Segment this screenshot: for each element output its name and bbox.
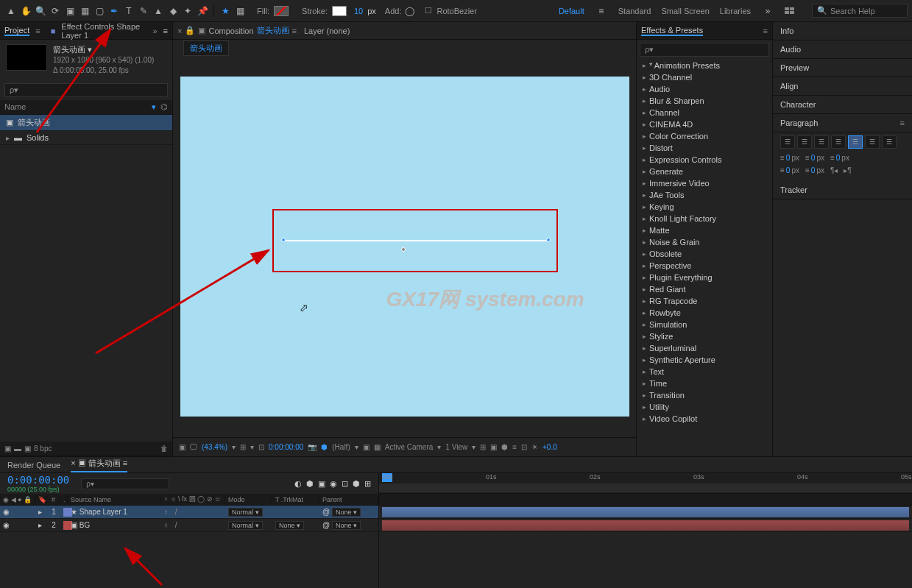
selection-tool[interactable]: ▲ [4, 4, 18, 18]
effect-controls-tab[interactable]: Effect Controls Shape Layer 1 [61, 22, 146, 40]
workspace-more-icon[interactable]: » [761, 4, 774, 18]
star-icon[interactable]: ★ [219, 4, 232, 18]
timeline-layer-row[interactable]: ◉▸2▣ BG♀ /Normal ▾None ▾@ None ▾ [0, 519, 378, 532]
path-vertex[interactable] [546, 238, 551, 242]
fast-preview-icon[interactable]: ⬢ [501, 443, 508, 451]
view-dropdown[interactable]: 1 View [445, 443, 467, 451]
stroke-width[interactable]: 10 [354, 7, 363, 15]
effects-category[interactable]: Transition [637, 389, 772, 401]
justify-last-right-button[interactable]: ☰ [865, 135, 880, 149]
info-panel[interactable]: Info [780, 26, 793, 35]
text-direction-ltr[interactable]: ¶◂ [830, 166, 838, 174]
camera-dropdown[interactable]: Active Camera [385, 443, 434, 451]
indent-right[interactable]: ≡0 px [830, 154, 849, 162]
effects-presets-tab[interactable]: Effects & Presets [641, 26, 703, 36]
effects-category[interactable]: CINEMA 4D [637, 118, 772, 130]
effects-category[interactable]: Matte [637, 224, 772, 236]
grid-icon[interactable]: ⊡ [258, 443, 264, 451]
effects-category[interactable]: Simulation [637, 319, 772, 330]
effects-category[interactable]: Text [637, 366, 772, 378]
effects-category[interactable]: Distort [637, 142, 772, 154]
snapshot-icon[interactable]: 📷 [308, 443, 317, 451]
timeline-layer-row[interactable]: ◉▸1★ Shape Layer 1♀ /Normal ▾@ None ▾ [0, 506, 378, 519]
project-tab[interactable]: Project [4, 26, 29, 36]
panel-menu-icon[interactable]: ≡ [763, 26, 768, 35]
effects-category[interactable]: * Animation Presets [637, 60, 772, 71]
timeline-track[interactable] [379, 506, 912, 519]
graph-editor-icon[interactable]: ⊡ [342, 479, 348, 489]
brain-icon[interactable]: ⬢ [353, 479, 360, 489]
layer-switches-icon[interactable]: ⊞ [364, 479, 371, 489]
motion-blur-icon[interactable]: ◉ [330, 479, 337, 489]
layer-tab[interactable]: Layer (none) [304, 26, 350, 35]
effects-category[interactable]: Expression Controls [637, 154, 772, 166]
indent-left[interactable]: ≡0 px [780, 154, 799, 162]
expand-icon[interactable]: ▸ [38, 521, 42, 529]
eye-icon[interactable]: ◉ [3, 508, 10, 516]
camera-tool[interactable]: ▣ [63, 4, 77, 18]
effects-category[interactable]: Noise & Grain [637, 236, 772, 248]
timeline-comp-tab[interactable]: × ▣ 箭头动画 ≡ [71, 458, 127, 472]
expand-icon[interactable]: ▸ [38, 508, 42, 516]
monitor-icon[interactable]: 🖵 [190, 443, 197, 451]
timeline-track[interactable] [379, 519, 912, 532]
zoom-tool[interactable]: 🔍 [34, 4, 47, 18]
res-icon[interactable]: ⊞ [240, 443, 246, 451]
effects-category[interactable]: Blur & Sharpen [637, 95, 772, 107]
alpha-icon[interactable]: ▣ [179, 443, 185, 451]
clone-stamp-tool[interactable]: ▲ [152, 4, 165, 18]
effects-category[interactable]: JAe Tools [637, 189, 772, 201]
justify-last-left-button[interactable]: ☰ [831, 135, 846, 149]
space-after[interactable]: ≡0 px [805, 166, 824, 174]
space-before[interactable]: ≡0 px [780, 166, 799, 174]
exposure-value[interactable]: +0.0 [542, 443, 557, 451]
effects-category[interactable]: Superluminal [637, 342, 772, 354]
effects-search[interactable]: ρ▾ [640, 43, 769, 57]
effects-category[interactable]: Time [637, 378, 772, 389]
reset-exposure-icon[interactable]: ☀ [531, 443, 538, 451]
effects-category[interactable]: Video Copilot [637, 413, 772, 425]
project-item-folder[interactable]: ▸ ▬ Solids [0, 131, 172, 145]
pan-behind-tool[interactable]: ▦ [78, 4, 91, 18]
parent-dropdown[interactable]: None ▾ [332, 508, 361, 517]
align-panel[interactable]: Align [780, 82, 798, 91]
workspace-small-screen[interactable]: Small Screen [661, 7, 709, 15]
align-left-button[interactable]: ☰ [780, 135, 795, 149]
anchor-point-icon[interactable] [401, 247, 406, 252]
pickwhip-icon[interactable]: @ [322, 521, 330, 529]
render-queue-tab[interactable]: Render Queue [7, 461, 60, 470]
pen-tool[interactable]: ✒ [107, 4, 121, 18]
zoom-level[interactable]: (43.4%) [202, 443, 227, 451]
tree-icon[interactable]: ⌬ [160, 102, 168, 112]
new-folder-icon[interactable]: ▬ [14, 444, 21, 453]
orbit-tool[interactable]: ⟳ [49, 4, 62, 18]
effects-category[interactable]: Channel [637, 107, 772, 118]
puppet-tool[interactable]: 📌 [196, 4, 209, 18]
trash-icon[interactable]: 🗑 [160, 444, 168, 453]
frame-blend-icon[interactable]: ▣ [318, 479, 325, 489]
stroke-swatch[interactable] [332, 6, 347, 16]
align-center-button[interactable]: ☰ [797, 135, 812, 149]
new-comp-icon[interactable]: ▣ [24, 444, 31, 453]
effects-category[interactable]: Generate [637, 166, 772, 177]
rectangle-tool[interactable]: ▢ [93, 4, 106, 18]
effects-category[interactable]: Knoll Light Factory [637, 213, 772, 224]
preview-panel[interactable]: Preview [780, 63, 809, 72]
type-tool[interactable]: T [122, 4, 135, 18]
timeline-ruler[interactable]: 00s01s02s03s04s05s [379, 473, 912, 494]
project-item-comp[interactable]: ▣ 箭头动画 [0, 115, 172, 131]
justify-last-center-button[interactable]: ☰ [848, 135, 863, 149]
composition-tab[interactable]: × 🔒 ▣ Composition 箭头动画 ≡ [177, 25, 297, 36]
brush-tool[interactable]: ✎ [137, 4, 150, 18]
mode-dropdown[interactable]: Normal ▾ [228, 508, 263, 517]
effects-category[interactable]: Plugin Everything [637, 272, 772, 283]
workspace-libraries[interactable]: Libraries [720, 7, 751, 15]
res-dropdown[interactable]: (Half) [332, 443, 350, 451]
panel-menu-icon[interactable]: ≡ [163, 26, 168, 35]
parent-dropdown[interactable]: None ▾ [332, 521, 361, 530]
panel-more-icon[interactable]: » [152, 26, 157, 35]
workspace-menu-icon[interactable]: ≡ [595, 4, 608, 18]
effects-category[interactable]: Perspective [637, 260, 772, 272]
effects-category[interactable]: Rowbyte [637, 307, 772, 319]
effects-category[interactable]: RG Trapcode [637, 295, 772, 307]
